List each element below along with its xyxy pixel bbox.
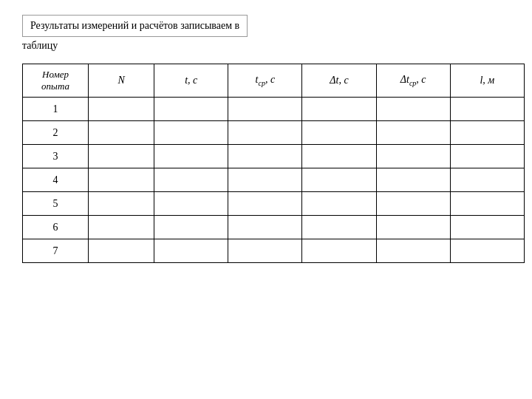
cell-t	[154, 98, 228, 121]
cell-dtcp	[376, 98, 450, 121]
cell-N	[89, 145, 154, 168]
col-header-l: l, м	[450, 64, 524, 98]
cell-dtcp	[376, 121, 450, 145]
cell-dtcp	[376, 145, 450, 168]
table-row: 2	[23, 121, 525, 145]
col-header-dtcp: Δtср, с	[376, 64, 450, 98]
cell-tcp	[228, 145, 302, 168]
cell-l	[450, 216, 524, 239]
cell-N	[89, 216, 154, 239]
cell-tcp	[228, 121, 302, 145]
cell-dt	[302, 121, 376, 145]
table-row: 5	[23, 192, 525, 216]
col-header-tcp: tср, с	[228, 64, 302, 98]
cell-tcp	[228, 216, 302, 239]
cell-dt	[302, 216, 376, 239]
cell-tcp	[228, 192, 302, 216]
cell-N	[89, 121, 154, 145]
header-box: Результаты измерений и расчётов записыва…	[22, 15, 248, 37]
cell-l	[450, 121, 524, 145]
cell-t	[154, 239, 228, 263]
cell-dt	[302, 145, 376, 168]
table-row: 7	[23, 239, 525, 263]
row-num: 2	[23, 121, 89, 145]
row-num: 4	[23, 168, 89, 192]
col-header-N: N	[89, 64, 154, 98]
cell-tcp	[228, 239, 302, 263]
table-row: 6	[23, 216, 525, 239]
row-num: 1	[23, 98, 89, 121]
cell-t	[154, 192, 228, 216]
cell-t	[154, 145, 228, 168]
cell-dtcp	[376, 216, 450, 239]
col-header-t: t, с	[154, 64, 228, 98]
cell-dt	[302, 98, 376, 121]
cell-t	[154, 121, 228, 145]
cell-dtcp	[376, 168, 450, 192]
row-num: 3	[23, 145, 89, 168]
cell-t	[154, 168, 228, 192]
table-row: 4	[23, 168, 525, 192]
page-container: Результаты измерений и расчётов записыва…	[0, 0, 532, 278]
cell-l	[450, 168, 524, 192]
table-row: 1	[23, 98, 525, 121]
cell-N	[89, 98, 154, 121]
cell-dt	[302, 192, 376, 216]
cell-tcp	[228, 98, 302, 121]
cell-t	[154, 216, 228, 239]
row-num: 6	[23, 216, 89, 239]
cell-l	[450, 192, 524, 216]
cell-l	[450, 98, 524, 121]
cell-l	[450, 239, 524, 263]
data-table: Номеропыта N t, с tср, с Δt, с Δtср, с l…	[22, 64, 525, 263]
row-num: 5	[23, 192, 89, 216]
col-header-dt: Δt, с	[302, 64, 376, 98]
cell-l	[450, 145, 524, 168]
cell-N	[89, 192, 154, 216]
cell-tcp	[228, 168, 302, 192]
table-row: 3	[23, 145, 525, 168]
col-header-num: Номеропыта	[23, 64, 89, 98]
header-line2: таблицу	[22, 40, 510, 52]
row-num: 7	[23, 239, 89, 263]
cell-dt	[302, 168, 376, 192]
cell-dtcp	[376, 239, 450, 263]
cell-dt	[302, 239, 376, 263]
cell-dtcp	[376, 192, 450, 216]
header-line1: Результаты измерений и расчётов записыва…	[30, 20, 239, 31]
cell-N	[89, 168, 154, 192]
cell-N	[89, 239, 154, 263]
